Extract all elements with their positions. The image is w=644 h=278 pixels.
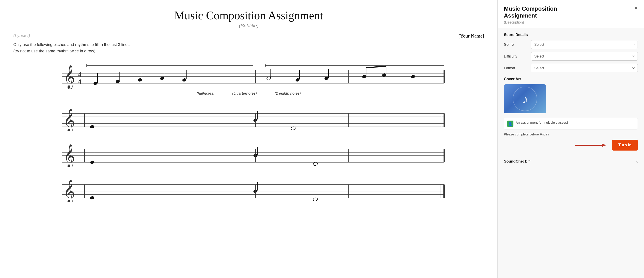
- svg-text:4: 4: [78, 78, 81, 86]
- score-details-label: Score Details: [504, 33, 638, 37]
- difficulty-row: Difficulty Select: [504, 52, 638, 60]
- svg-point-64: [90, 160, 94, 164]
- soundcheck-row: SoundCheck™ ‹: [504, 155, 638, 164]
- panel-description: (Description): [504, 20, 638, 24]
- svg-point-22: [182, 78, 186, 82]
- assignment-google-icon: 👤: [507, 120, 514, 127]
- svg-point-48: [90, 125, 94, 129]
- difficulty-select[interactable]: Select: [531, 52, 638, 60]
- svg-line-35: [366, 66, 386, 68]
- panel-title: Music CompositionAssignment: [504, 5, 638, 19]
- format-row: Format Select: [504, 64, 638, 72]
- svg-point-31: [362, 74, 366, 78]
- your-name-label: [Your Name]: [458, 33, 484, 39]
- genre-row: Genre Select: [504, 40, 638, 49]
- arrow-icon: [573, 142, 608, 149]
- score-title: Music Composition Assignment: [13, 9, 484, 22]
- svg-text:4: 4: [78, 70, 81, 78]
- genre-label: Genre: [504, 43, 528, 47]
- staff-svg-2: 𝄞: [13, 107, 484, 131]
- halfnotes-label: (halfnotes): [196, 91, 214, 96]
- svg-point-18: [138, 78, 142, 82]
- soundcheck-label: SoundCheck™: [504, 159, 531, 164]
- staff-row-2: 𝄞: [13, 107, 484, 131]
- close-button[interactable]: ×: [632, 4, 640, 12]
- cover-art-section: Cover Art ♪: [504, 77, 638, 113]
- panel-body: Score Details Genre Select Difficulty Se…: [498, 28, 644, 278]
- people-icon: 👤: [508, 122, 512, 126]
- arrow-indicator: [504, 142, 608, 149]
- assignment-notice-text: An assignment for multiple classes!: [516, 120, 568, 124]
- staff-svg-3: 𝄞: [13, 142, 484, 167]
- svg-text:𝄞: 𝄞: [63, 144, 75, 167]
- format-label: Format: [504, 66, 528, 70]
- turn-in-button[interactable]: Turn In: [612, 140, 638, 150]
- svg-text:𝄞: 𝄞: [63, 180, 75, 202]
- staff-svg-1: 𝄞 4 4: [13, 61, 484, 90]
- svg-point-14: [93, 81, 98, 85]
- lyricist-label: (Lyricist): [13, 33, 30, 38]
- panel-header: Music CompositionAssignment (Description…: [498, 0, 644, 28]
- svg-point-36: [410, 74, 415, 78]
- score-header-row: (Lyricist) [Your Name]: [13, 33, 484, 39]
- quarternotes-label: (Quarternotes): [232, 91, 257, 96]
- staff-row-4: 𝄞: [13, 178, 484, 202]
- cover-art-circle: [513, 86, 537, 111]
- deadline-text: Please complete before Friday: [504, 132, 638, 136]
- staff-labels-row: (halfnotes) (Quarternotes) (2 eighth not…: [13, 91, 484, 96]
- main-content: Music Composition Assignment (Subtitle) …: [0, 0, 498, 278]
- score-subtitle: (Subtitle): [13, 23, 484, 29]
- svg-point-27: [295, 78, 300, 82]
- staff-row-3: 𝄞: [13, 142, 484, 167]
- svg-text:𝄞: 𝄞: [63, 65, 75, 89]
- right-panel: Music CompositionAssignment (Description…: [498, 0, 644, 278]
- eighth-notes-label: (2 eighth notes): [274, 91, 301, 96]
- format-select[interactable]: Select: [531, 64, 638, 72]
- cover-art-image: ♪: [504, 84, 546, 113]
- svg-text:𝄞: 𝄞: [63, 109, 75, 131]
- assignment-notice: 👤 An assignment for multiple classes!: [504, 118, 638, 130]
- svg-marker-90: [602, 144, 606, 147]
- cover-art-label: Cover Art: [504, 77, 638, 81]
- instructions: Only use the following pitches and rhyth…: [13, 42, 484, 54]
- svg-point-80: [90, 196, 94, 200]
- difficulty-label: Difficulty: [504, 54, 528, 58]
- genre-select[interactable]: Select: [531, 40, 638, 49]
- staff-svg-4: 𝄞: [13, 178, 484, 202]
- staff-row-1: 𝄞 4 4: [13, 61, 484, 96]
- turn-in-row: Turn In: [504, 140, 638, 150]
- chevron-left-icon[interactable]: ‹: [636, 159, 638, 164]
